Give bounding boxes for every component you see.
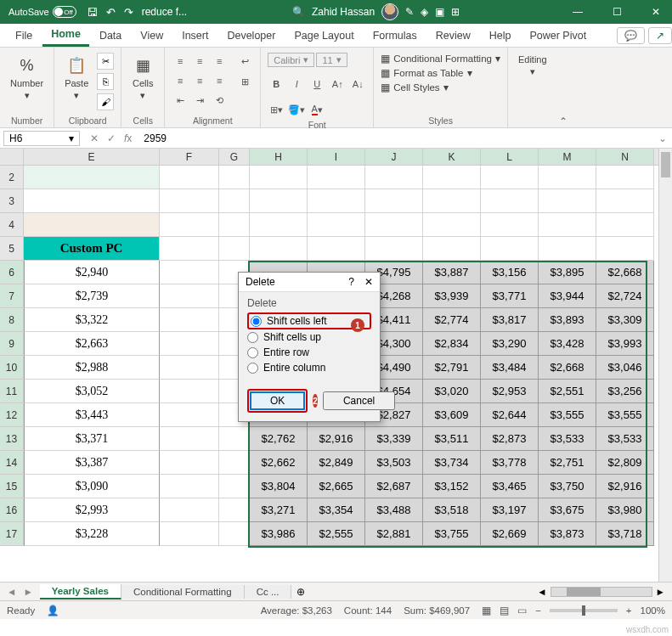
cell[interactable]: $3,152 — [423, 475, 481, 498]
cell[interactable]: $3,817 — [481, 308, 539, 332]
option-entire-column[interactable]: Entire column — [247, 360, 371, 375]
align-center-icon[interactable]: ≡ — [191, 72, 208, 89]
cell[interactable] — [160, 451, 219, 475]
border-button[interactable]: ⊞▾ — [268, 101, 285, 118]
cell[interactable]: $3,503 — [365, 451, 423, 475]
tab-home[interactable]: Home — [42, 24, 89, 47]
cell[interactable] — [219, 189, 250, 213]
view-break-icon[interactable]: ▭ — [517, 605, 527, 616]
align-bottom-icon[interactable]: ≡ — [211, 53, 228, 70]
sheet-tab-conditional-formatting[interactable]: Conditional Formatting — [121, 585, 245, 599]
increase-font-icon[interactable]: A↑ — [329, 76, 346, 93]
cell[interactable] — [308, 189, 365, 213]
cell[interactable]: $3,156 — [481, 261, 539, 284]
cell[interactable] — [24, 166, 160, 189]
radio-entire-row[interactable] — [247, 347, 258, 358]
cell[interactable]: $2,669 — [481, 522, 539, 546]
cell[interactable] — [365, 166, 423, 189]
undo-icon[interactable]: ↶ — [106, 6, 116, 19]
tab-insert[interactable]: Insert — [173, 24, 217, 47]
collapse-ribbon-icon[interactable]: ⌃ — [557, 115, 569, 127]
cell[interactable]: $3,488 — [365, 498, 423, 522]
increase-indent-icon[interactable]: ⇥ — [191, 92, 208, 109]
cell[interactable]: $3,944 — [539, 284, 596, 308]
cell[interactable]: $2,751 — [539, 451, 596, 475]
search-icon[interactable]: 🔍 — [292, 6, 305, 18]
cell[interactable]: $2,762 — [250, 427, 308, 451]
cell[interactable]: $3,339 — [365, 427, 423, 451]
cell[interactable] — [596, 189, 654, 213]
cell[interactable]: $3,484 — [481, 356, 539, 380]
dialog-help-button[interactable]: ? — [348, 276, 354, 288]
row-header[interactable]: 15 — [0, 475, 24, 498]
cell[interactable]: $3,609 — [423, 403, 481, 427]
row-header[interactable]: 10 — [0, 356, 24, 380]
cell[interactable]: $2,663 — [24, 332, 160, 356]
cells-button[interactable]: ▦ Cells ▾ — [128, 53, 157, 103]
cell[interactable] — [24, 189, 160, 213]
cell[interactable]: $2,940 — [24, 261, 160, 284]
cell[interactable] — [24, 213, 160, 237]
cell[interactable]: $3,046 — [596, 356, 654, 380]
cell[interactable]: $3,228 — [24, 522, 160, 546]
cut-button[interactable]: ✂ — [97, 53, 114, 70]
close-icon[interactable]: ✕ — [643, 6, 669, 18]
save-icon[interactable]: 🖫 — [87, 6, 98, 19]
fill-color-button[interactable]: 🪣▾ — [288, 101, 305, 118]
cell[interactable] — [539, 237, 596, 261]
cell[interactable]: $2,644 — [481, 403, 539, 427]
cell[interactable]: $2,873 — [481, 427, 539, 451]
merge-icon[interactable]: ⊞ — [236, 73, 253, 90]
cell[interactable] — [308, 237, 365, 261]
cell[interactable]: $3,893 — [539, 308, 596, 332]
cell[interactable]: $3,980 — [596, 498, 654, 522]
column-header[interactable]: M — [539, 149, 596, 165]
cell[interactable] — [539, 189, 596, 213]
zoom-level[interactable]: 100% — [641, 605, 665, 616]
cell[interactable] — [160, 356, 219, 380]
font-size-select[interactable]: 11▾ — [316, 53, 347, 67]
cell[interactable]: $2,881 — [365, 522, 423, 546]
column-header[interactable]: I — [308, 149, 365, 165]
cell[interactable] — [160, 475, 219, 498]
row-header[interactable]: 13 — [0, 427, 24, 451]
cell[interactable]: $3,533 — [539, 427, 596, 451]
zoom-slider[interactable] — [550, 609, 618, 612]
align-right-icon[interactable]: ≡ — [211, 72, 228, 89]
row-header[interactable]: 16 — [0, 498, 24, 522]
cell[interactable]: $3,465 — [481, 475, 539, 498]
cancel-button[interactable]: Cancel — [323, 391, 395, 410]
align-middle-icon[interactable]: ≡ — [191, 53, 208, 70]
cell[interactable] — [219, 522, 250, 546]
tab-view[interactable]: View — [132, 24, 172, 47]
cell[interactable]: $3,443 — [24, 403, 160, 427]
cell[interactable] — [160, 213, 219, 237]
enter-formula-icon[interactable]: ✓ — [107, 132, 116, 144]
cell[interactable] — [160, 261, 219, 284]
cell[interactable]: $3,518 — [423, 498, 481, 522]
format-painter-button[interactable]: 🖌 — [97, 93, 114, 110]
scrollbar-thumb[interactable] — [661, 152, 670, 177]
accessibility-icon[interactable]: 👤 — [47, 605, 59, 616]
cell[interactable]: $3,428 — [539, 332, 596, 356]
radio-entire-column[interactable] — [247, 363, 258, 374]
cancel-formula-icon[interactable]: ✕ — [90, 132, 99, 144]
cell[interactable]: $2,668 — [539, 356, 596, 380]
sheet-nav-prev-icon[interactable]: ◄ — [7, 587, 16, 597]
sheet-tab-cc[interactable]: Cc ... — [245, 585, 292, 599]
cell[interactable]: $3,555 — [539, 403, 596, 427]
sheet-nav-next-icon[interactable]: ► — [23, 587, 32, 597]
cell[interactable]: $3,533 — [596, 427, 654, 451]
cell[interactable] — [423, 213, 481, 237]
cell[interactable]: $2,665 — [308, 475, 365, 498]
cell[interactable] — [160, 166, 219, 189]
cell[interactable] — [160, 189, 219, 213]
column-header[interactable]: L — [481, 149, 539, 165]
cell[interactable]: $2,687 — [365, 475, 423, 498]
row-header[interactable]: 7 — [0, 284, 24, 308]
hscroll-left-icon[interactable]: ◄ — [537, 587, 546, 597]
option-shift-up[interactable]: Shift cells up — [247, 329, 371, 345]
cell[interactable]: $2,988 — [24, 356, 160, 380]
cell[interactable] — [219, 213, 250, 237]
cell[interactable] — [365, 213, 423, 237]
